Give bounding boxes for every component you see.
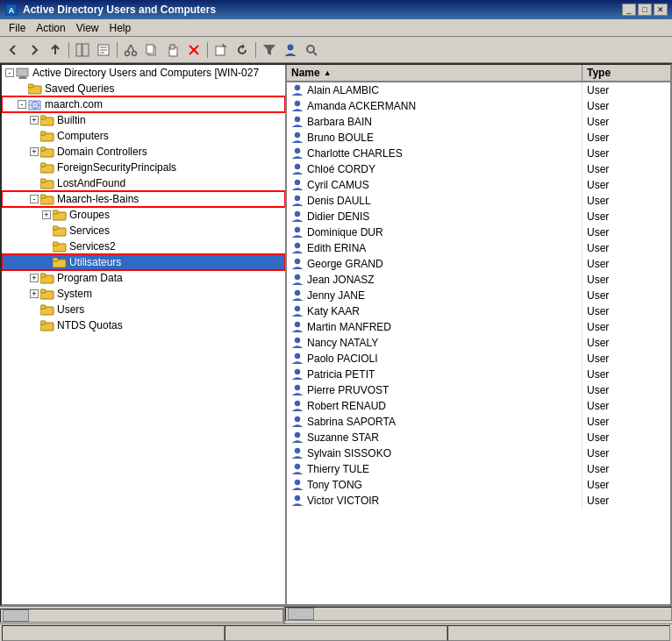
- col-name-header[interactable]: Name ▲: [287, 65, 583, 81]
- tree-item-foreign-security[interactable]: ForeignSecurityPrincipals: [2, 160, 285, 175]
- table-row[interactable]: Martin MANFREDUser: [287, 319, 670, 335]
- table-row[interactable]: Didier DENISUser: [287, 209, 670, 224]
- table-row[interactable]: Edith ERINAUser: [287, 240, 670, 256]
- table-row[interactable]: Paolo PACIOLIUser: [287, 351, 670, 367]
- table-row[interactable]: George GRANDUser: [287, 256, 670, 272]
- svg-rect-54: [53, 258, 58, 261]
- paste-button[interactable]: [163, 40, 182, 60]
- expand-dc[interactable]: +: [30, 147, 39, 156]
- hscroll-bar-left[interactable]: [0, 609, 283, 623]
- table-row[interactable]: Charlotte CHARLESUser: [287, 146, 670, 161]
- scroll-area: [0, 606, 672, 623]
- table-row[interactable]: Robert RENAUDUser: [287, 398, 670, 414]
- folder-computers-icon: [40, 130, 54, 142]
- tree-item-utilisateurs[interactable]: Utilisateurs: [2, 254, 285, 270]
- up-button[interactable]: [46, 40, 65, 60]
- hscroll-thumb-right[interactable]: [288, 608, 314, 620]
- table-row[interactable]: Victor VICTOIRUser: [287, 493, 670, 509]
- toolbar: [0, 37, 672, 63]
- delegate-button[interactable]: [281, 40, 300, 60]
- hscroll-right[interactable]: [285, 607, 672, 623]
- table-row[interactable]: Katy KAARUser: [287, 303, 670, 319]
- table-row[interactable]: Pierre PRUVOSTUser: [287, 382, 670, 398]
- console-tree-button[interactable]: [73, 40, 92, 60]
- maximize-button[interactable]: □: [638, 4, 652, 16]
- menu-file[interactable]: File: [4, 20, 31, 36]
- expand-root[interactable]: -: [5, 68, 14, 77]
- tree-pane[interactable]: - Active Directory Users and Computers […: [2, 65, 287, 604]
- filter-button[interactable]: [260, 40, 279, 60]
- cut-button[interactable]: [121, 40, 140, 60]
- menu-help[interactable]: Help: [104, 20, 137, 36]
- table-row[interactable]: Jenny JANEUser: [287, 288, 670, 303]
- table-row[interactable]: Patricia PETITUser: [287, 367, 670, 382]
- back-button[interactable]: [4, 40, 23, 60]
- tree-item-builtin[interactable]: + Builtin: [2, 112, 285, 128]
- forward-button[interactable]: [25, 40, 44, 60]
- new-button[interactable]: [211, 40, 231, 60]
- tree-item-ntds-quotas[interactable]: NTDS Quotas: [2, 317, 285, 333]
- properties-button[interactable]: [94, 40, 113, 60]
- refresh-button[interactable]: [232, 40, 252, 60]
- svg-rect-30: [28, 84, 33, 88]
- maarch-label: maarch.com: [45, 98, 103, 110]
- col-type-header[interactable]: Type: [583, 65, 670, 81]
- fsp-label: ForeignSecurityPrincipals: [57, 161, 176, 174]
- table-row[interactable]: Sabrina SAPORTAUser: [287, 414, 670, 430]
- expand-maarch[interactable]: -: [18, 100, 26, 109]
- svg-rect-62: [40, 321, 46, 324]
- find-button[interactable]: [302, 40, 321, 60]
- tree-item-services[interactable]: Services: [2, 223, 285, 239]
- minimize-button[interactable]: _: [622, 4, 636, 16]
- svg-rect-15: [170, 45, 175, 49]
- svg-point-85: [295, 432, 300, 438]
- table-row[interactable]: Bruno BOULEUser: [287, 130, 670, 146]
- table-row[interactable]: Thierry TULEUser: [287, 461, 670, 477]
- expand-groupes[interactable]: +: [42, 210, 51, 219]
- menu-action[interactable]: Action: [31, 20, 70, 36]
- tree-item-program-data[interactable]: + Program Data: [2, 270, 285, 286]
- table-row[interactable]: Denis DAULLUser: [287, 193, 670, 209]
- delete-button[interactable]: [184, 40, 204, 60]
- table-row[interactable]: Amanda ACKERMANNUser: [287, 98, 670, 114]
- tree-item-services2[interactable]: Services2: [2, 239, 285, 254]
- table-row[interactable]: Jean JONASZUser: [287, 272, 670, 288]
- tree-item-computers[interactable]: Computers: [2, 128, 285, 144]
- expand-builtin[interactable]: +: [30, 116, 39, 125]
- cell-type: User: [583, 351, 670, 367]
- table-row[interactable]: Chloé CORDYUser: [287, 161, 670, 177]
- table-body[interactable]: Alain ALAMBICUserAmanda ACKERMANNUserBar…: [287, 82, 670, 604]
- tree-item-saved-queries[interactable]: Saved Queries: [2, 81, 285, 96]
- copy-button[interactable]: [142, 40, 161, 60]
- table-row[interactable]: Alain ALAMBICUser: [287, 82, 670, 98]
- tree-item-system[interactable]: + System: [2, 286, 285, 302]
- window-controls[interactable]: _ □ ✕: [622, 4, 668, 16]
- tree-item-lost-found[interactable]: LostAndFound: [2, 175, 285, 191]
- tree-item-groupes[interactable]: + Groupes: [2, 207, 285, 223]
- tree-item-users[interactable]: Users: [2, 302, 285, 317]
- table-row[interactable]: Dominique DURUser: [287, 224, 670, 240]
- hscroll-bar-right[interactable]: [285, 607, 672, 621]
- expand-program-data[interactable]: +: [30, 274, 39, 282]
- svg-rect-58: [40, 289, 46, 293]
- tree-item-maarch-les-bains[interactable]: - Maarch-les-Bains: [2, 191, 285, 207]
- table-row[interactable]: Tony TONGUser: [287, 477, 670, 493]
- expand-system[interactable]: +: [30, 289, 39, 298]
- table-row[interactable]: Barbara BAINUser: [287, 114, 670, 130]
- expand-mlb[interactable]: -: [30, 195, 39, 203]
- svg-rect-13: [147, 45, 154, 53]
- cell-name: Didier DENIS: [287, 209, 583, 224]
- close-button[interactable]: ✕: [654, 4, 668, 16]
- table-row[interactable]: Sylvain SISSOKOUser: [287, 445, 670, 461]
- tree-root[interactable]: - Active Directory Users and Computers […: [2, 65, 285, 81]
- svg-rect-2: [76, 44, 82, 56]
- hscroll-left[interactable]: [0, 607, 285, 623]
- menu-view[interactable]: View: [71, 20, 104, 36]
- table-row[interactable]: Cyril CAMUSUser: [287, 177, 670, 193]
- table-row[interactable]: Suzanne STARUser: [287, 430, 670, 445]
- tree-item-maarch-com[interactable]: - maarch.com: [2, 96, 285, 112]
- hscroll-thumb-left[interactable]: [3, 609, 29, 622]
- no-expand: [18, 84, 26, 93]
- table-row[interactable]: Nancy NATALYUser: [287, 335, 670, 351]
- tree-item-domain-controllers[interactable]: + Domain Controllers: [2, 144, 285, 160]
